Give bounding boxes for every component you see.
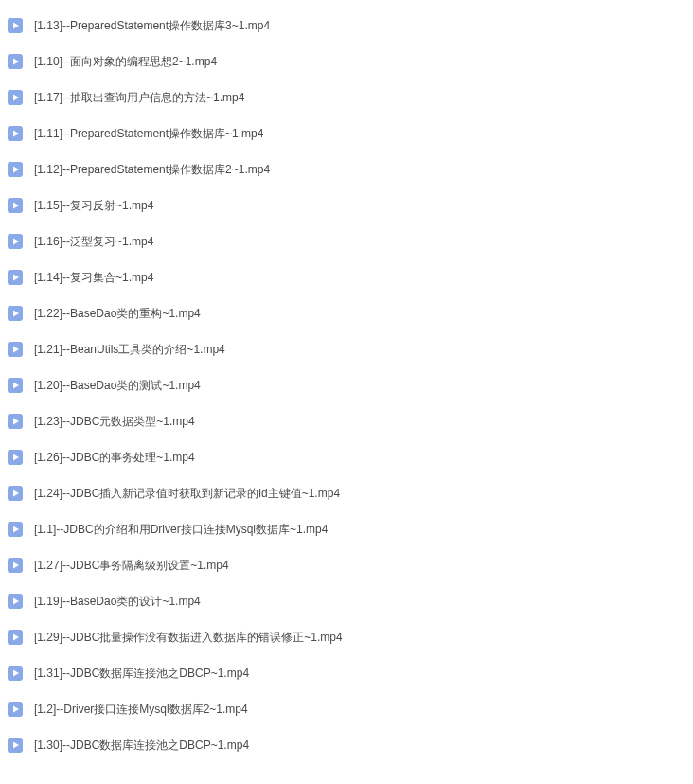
file-item[interactable]: [1.23]--JDBC元数据类型~1.mp4 — [4, 403, 689, 439]
video-file-icon — [8, 306, 23, 321]
file-item[interactable]: [1.11]--PreparedStatement操作数据库~1.mp4 — [4, 116, 689, 151]
video-file-icon — [8, 18, 23, 33]
file-item[interactable]: [1.20]--BaseDao类的测试~1.mp4 — [4, 367, 689, 403]
video-file-icon — [8, 90, 23, 105]
file-item[interactable]: [1.29]--JDBC批量操作没有数据进入数据库的错误修正~1.mp4 — [4, 619, 689, 655]
file-name-label: [1.21]--BeanUtils工具类的介绍~1.mp4 — [34, 342, 225, 358]
file-item[interactable]: [1.22]--BaseDao类的重构~1.mp4 — [4, 295, 689, 331]
file-item[interactable]: [1.21]--BeanUtils工具类的介绍~1.mp4 — [4, 331, 689, 367]
file-name-label: [1.19]--BaseDao类的设计~1.mp4 — [34, 594, 201, 610]
file-list: [1.13]--PreparedStatement操作数据库3~1.mp4[1.… — [4, 8, 689, 763]
video-file-icon — [8, 234, 23, 249]
file-name-label: [1.23]--JDBC元数据类型~1.mp4 — [34, 414, 195, 430]
file-item[interactable]: [1.1]--JDBC的介绍和用Driver接口连接Mysql数据库~1.mp4 — [4, 511, 689, 547]
file-name-label: [1.30]--JDBC数据库连接池之DBCP~1.mp4 — [34, 738, 249, 754]
video-file-icon — [8, 270, 23, 285]
video-file-icon — [8, 162, 23, 177]
file-name-label: [1.26]--JDBC的事务处理~1.mp4 — [34, 450, 195, 466]
file-item[interactable]: [1.16]--泛型复习~1.mp4 — [4, 223, 689, 259]
file-name-label: [1.15]--复习反射~1.mp4 — [34, 198, 153, 214]
file-name-label: [1.16]--泛型复习~1.mp4 — [34, 234, 153, 250]
video-file-icon — [8, 738, 23, 753]
video-file-icon — [8, 522, 23, 537]
file-name-label: [1.17]--抽取出查询用户信息的方法~1.mp4 — [34, 90, 244, 106]
file-name-label: [1.31]--JDBC数据库连接池之DBCP~1.mp4 — [34, 666, 249, 682]
file-name-label: [1.14]--复习集合~1.mp4 — [34, 270, 153, 286]
file-item[interactable]: [1.24]--JDBC插入新记录值时获取到新记录的id主键值~1.mp4 — [4, 475, 689, 511]
file-name-label: [1.11]--PreparedStatement操作数据库~1.mp4 — [34, 126, 263, 142]
video-file-icon — [8, 342, 23, 357]
file-item[interactable]: [1.19]--BaseDao类的设计~1.mp4 — [4, 583, 689, 619]
file-name-label: [1.10]--面向对象的编程思想2~1.mp4 — [34, 54, 217, 70]
file-item[interactable]: [1.12]--PreparedStatement操作数据库2~1.mp4 — [4, 151, 689, 187]
file-name-label: [1.27]--JDBC事务隔离级别设置~1.mp4 — [34, 558, 229, 574]
video-file-icon — [8, 486, 23, 501]
file-item[interactable]: [1.2]--Driver接口连接Mysql数据库2~1.mp4 — [4, 691, 689, 727]
video-file-icon — [8, 594, 23, 609]
file-name-label: [1.29]--JDBC批量操作没有数据进入数据库的错误修正~1.mp4 — [34, 630, 343, 646]
file-item[interactable]: [1.15]--复习反射~1.mp4 — [4, 187, 689, 223]
file-name-label: [1.20]--BaseDao类的测试~1.mp4 — [34, 378, 201, 394]
video-file-icon — [8, 378, 23, 393]
file-item[interactable]: [1.27]--JDBC事务隔离级别设置~1.mp4 — [4, 547, 689, 583]
file-name-label: [1.22]--BaseDao类的重构~1.mp4 — [34, 306, 201, 322]
file-name-label: [1.24]--JDBC插入新记录值时获取到新记录的id主键值~1.mp4 — [34, 486, 340, 502]
video-file-icon — [8, 558, 23, 573]
video-file-icon — [8, 450, 23, 465]
file-name-label: [1.2]--Driver接口连接Mysql数据库2~1.mp4 — [34, 702, 248, 718]
video-file-icon — [8, 126, 23, 141]
file-item[interactable]: [1.17]--抽取出查询用户信息的方法~1.mp4 — [4, 80, 689, 116]
file-name-label: [1.1]--JDBC的介绍和用Driver接口连接Mysql数据库~1.mp4 — [34, 522, 328, 538]
file-item[interactable]: [1.13]--PreparedStatement操作数据库3~1.mp4 — [4, 8, 689, 44]
video-file-icon — [8, 702, 23, 717]
file-item[interactable]: [1.10]--面向对象的编程思想2~1.mp4 — [4, 44, 689, 80]
file-item[interactable]: [1.31]--JDBC数据库连接池之DBCP~1.mp4 — [4, 655, 689, 691]
file-name-label: [1.12]--PreparedStatement操作数据库2~1.mp4 — [34, 162, 270, 178]
file-item[interactable]: [1.14]--复习集合~1.mp4 — [4, 259, 689, 295]
video-file-icon — [8, 630, 23, 645]
file-item[interactable]: [1.30]--JDBC数据库连接池之DBCP~1.mp4 — [4, 727, 689, 763]
file-item[interactable]: [1.26]--JDBC的事务处理~1.mp4 — [4, 439, 689, 475]
video-file-icon — [8, 666, 23, 681]
file-name-label: [1.13]--PreparedStatement操作数据库3~1.mp4 — [34, 18, 270, 34]
video-file-icon — [8, 198, 23, 213]
video-file-icon — [8, 54, 23, 69]
video-file-icon — [8, 414, 23, 429]
